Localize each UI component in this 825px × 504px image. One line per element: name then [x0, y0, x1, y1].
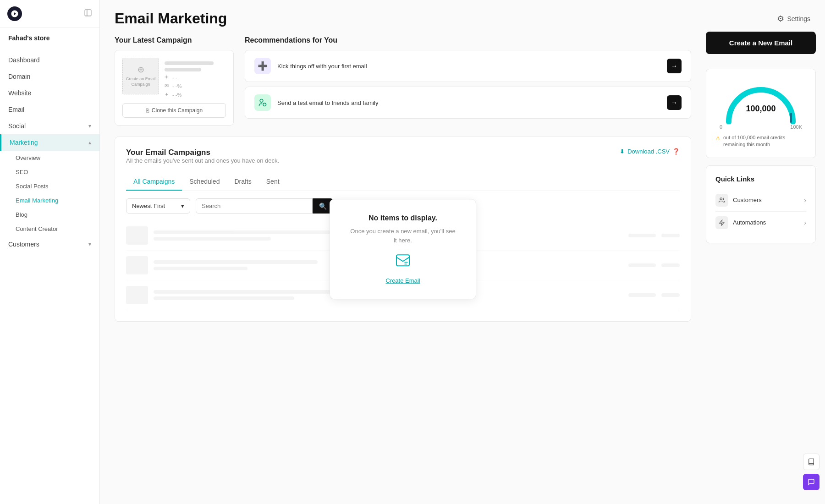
email-label: Email: [8, 106, 24, 113]
page-header: Email Marketing ⚙ Settings: [100, 0, 825, 32]
warning-icon: ⚠: [715, 135, 720, 142]
no-items-popup: No items to display. Once you create a n…: [330, 199, 476, 299]
tab-all-campaigns[interactable]: All Campaigns: [126, 173, 182, 191]
quick-link-automations-label: Automations: [733, 219, 766, 226]
gauge-max: 100K: [790, 124, 802, 130]
book-icon[interactable]: [803, 454, 820, 470]
svg-text:100,000: 100,000: [746, 104, 776, 113]
stat-line-1: ✈ - -: [165, 74, 226, 80]
customers-icon: [715, 194, 728, 207]
latest-campaign-title: Your Latest Campaign: [115, 36, 234, 44]
sidebar-subitem-social-posts[interactable]: Social Posts: [0, 179, 99, 193]
stat-line-2: ✉ - -%: [165, 83, 226, 89]
content-area: Your Latest Campaign ⊕ Create an Email C…: [100, 32, 706, 504]
recommendation-arrow-0[interactable]: →: [667, 59, 682, 73]
chevron-down-icon-sort: ▾: [181, 203, 184, 209]
settings-label: Settings: [787, 15, 810, 22]
svg-point-7: [720, 198, 722, 200]
sidebar-item-email[interactable]: Email: [0, 101, 99, 118]
search-input[interactable]: [196, 198, 313, 214]
tab-scheduled[interactable]: Scheduled: [182, 173, 227, 191]
download-icon: ⬇: [620, 148, 625, 155]
recommendation-arrow-1[interactable]: →: [667, 95, 682, 110]
download-csv-button[interactable]: ⬇ Download .CSV ❓: [620, 148, 680, 155]
sidebar-item-customers[interactable]: Customers ▾: [0, 236, 99, 252]
main-body: Your Latest Campaign ⊕ Create an Email C…: [100, 32, 825, 504]
quick-links-card: Quick Links Customers ›: [706, 165, 816, 243]
recommendation-text-0: Kick things off with your first email: [277, 63, 660, 70]
row-thumbnail: [126, 226, 148, 245]
svg-marker-8: [720, 220, 725, 225]
app-logo[interactable]: [7, 6, 22, 21]
main-content: Email Marketing ⚙ Settings Your Latest C…: [100, 0, 825, 504]
sidebar-top: [0, 0, 99, 28]
sidebar-subitem-blog[interactable]: Blog: [0, 208, 99, 222]
tab-drafts[interactable]: Drafts: [227, 173, 258, 191]
tab-sent[interactable]: Sent: [259, 173, 287, 191]
page-title: Email Marketing: [115, 10, 227, 27]
sidebar-collapse-icon[interactable]: [84, 9, 92, 19]
sidebar-subitem-content-creator[interactable]: Content Creator: [0, 222, 99, 236]
right-panel-top: Create a New Email: [706, 32, 816, 61]
create-new-email-button[interactable]: Create a New Email: [706, 32, 816, 54]
sidebar-item-marketing[interactable]: Marketing ▴: [0, 134, 99, 151]
campaigns-title: Your Email Campaigns: [126, 148, 279, 157]
campaigns-header-left: Your Email Campaigns All the emails you'…: [126, 148, 279, 171]
settings-button[interactable]: ⚙ Settings: [777, 14, 810, 24]
recommendations-title: Recommendations for You: [245, 36, 691, 44]
store-name: Fahad's store: [0, 28, 99, 48]
chevron-right-icon-automations: ›: [804, 219, 806, 226]
clone-campaign-button[interactable]: ⎘ Clone this Campaign: [122, 103, 226, 118]
copy-icon: ⎘: [146, 107, 149, 114]
gauge-min: 0: [720, 124, 722, 130]
quick-link-automations[interactable]: Automations ›: [715, 212, 806, 234]
chat-icon[interactable]: [803, 474, 820, 490]
sidebar-subitem-seo[interactable]: SEO: [0, 165, 99, 179]
campaign-preview: ⊕ Create an Email Campaign: [122, 58, 159, 94]
recommendation-icon-0: ➕: [254, 58, 271, 74]
sidebar-nav: Dashboard Domain Website Email Social ▾ …: [0, 48, 99, 504]
campaign-card: ⊕ Create an Email Campaign ✈ - -: [115, 50, 234, 126]
sidebar-item-dashboard[interactable]: Dashboard: [0, 52, 99, 68]
row-thumbnail: [126, 256, 148, 274]
recommendations-section: Recommendations for You ➕ Kick things of…: [245, 36, 691, 126]
top-sections: Your Latest Campaign ⊕ Create an Email C…: [115, 36, 691, 126]
stat-bar-1: [165, 61, 214, 65]
recommendation-item-1[interactable]: Send a test email to friends and family …: [245, 87, 691, 119]
customers-nav-label: Customers: [8, 241, 39, 248]
search-box: 🔍: [196, 198, 333, 214]
quick-links-title: Quick Links: [715, 175, 806, 183]
website-label: Website: [8, 89, 31, 97]
create-email-link[interactable]: Create Email: [348, 277, 457, 284]
row-thumbnail: [126, 286, 148, 304]
sort-dropdown[interactable]: Newest First ▾: [126, 198, 190, 214]
chevron-down-icon: ▾: [88, 123, 91, 129]
campaigns-section: Your Email Campaigns All the emails you'…: [115, 137, 691, 322]
campaign-preview-label: Create an Email Campaign: [123, 77, 159, 87]
credit-warning-text: out of 100,000 email credits remaining t…: [723, 134, 806, 148]
sidebar-subitem-overview[interactable]: Overview: [0, 151, 99, 165]
chevron-right-icon-customers: ›: [804, 197, 806, 204]
svg-rect-0: [85, 10, 91, 16]
domain-label: Domain: [8, 73, 30, 80]
quick-link-customers[interactable]: Customers ›: [715, 189, 806, 212]
quick-link-customers-label: Customers: [733, 197, 762, 203]
recommendation-item-0[interactable]: ➕ Kick things off with your first email …: [245, 50, 691, 82]
credit-warning: ⚠ out of 100,000 email credits remaining…: [715, 134, 806, 148]
campaign-inner: ⊕ Create an Email Campaign ✈ - -: [122, 58, 226, 98]
email-template-icon: [348, 252, 457, 272]
campaigns-subtitle: All the emails you've sent out and ones …: [126, 157, 279, 164]
sidebar-item-website[interactable]: Website: [0, 85, 99, 101]
quick-link-customers-left: Customers: [715, 194, 762, 207]
marketing-label: Marketing: [10, 139, 38, 146]
right-panel: Create a New Email 100,000: [706, 32, 825, 504]
sidebar-subitem-email-marketing[interactable]: Email Marketing: [0, 193, 99, 208]
svg-rect-4: [396, 255, 409, 266]
send-icon: ✈: [165, 74, 169, 80]
no-items-description: Once you create a new email, you'll see …: [348, 227, 457, 245]
sidebar-item-social[interactable]: Social ▾: [0, 118, 99, 134]
sidebar-item-domain[interactable]: Domain: [0, 68, 99, 85]
svg-rect-5: [790, 113, 792, 123]
campaigns-header: Your Email Campaigns All the emails you'…: [126, 148, 680, 171]
recommendation-text-1: Send a test email to friends and family: [277, 99, 660, 106]
